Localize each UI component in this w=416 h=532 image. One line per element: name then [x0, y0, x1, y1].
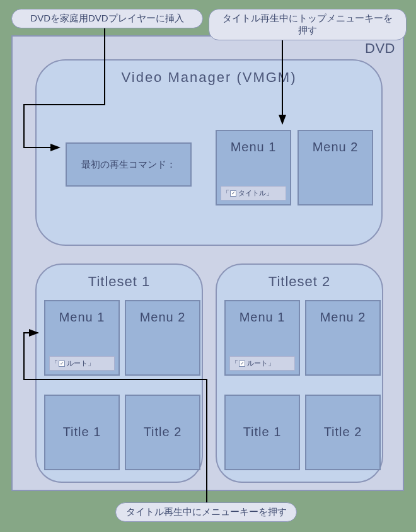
ts1-title-1-label: Title 1 — [45, 396, 118, 439]
callout-insert-dvd: DVDを家庭用DVDプレイヤーに挿入 — [11, 9, 203, 28]
callout-text: タイトル再生中にメニューキーを押す — [126, 506, 287, 517]
callout-text: タイトル再生中にトップメニューキーを押す — [222, 13, 393, 35]
vmgm-menu-1-subtitle: 「 ✓ タイトル」 — [221, 186, 286, 200]
sub-prefix: 「 — [222, 188, 229, 198]
ts2-title-2-label: Title 2 — [306, 396, 379, 439]
first-play-command-box: 最初の再生コマンド： — [66, 142, 192, 187]
checkbox-icon: ✓ — [59, 361, 65, 367]
ts2-title-1: Title 1 — [224, 395, 300, 470]
sub-prefix: 「 — [51, 359, 58, 368]
sub-text: タイトル」 — [238, 188, 273, 198]
titleset-2: Titleset 2 Menu 1 「 ✓ ルート」 Menu 2 Title … — [216, 263, 383, 483]
vmgm-menu-2: Menu 2 — [298, 130, 373, 205]
callout-text: DVDを家庭用DVDプレイヤーに挿入 — [30, 13, 183, 23]
ts1-menu-1-label: Menu 1 — [45, 301, 118, 325]
ts2-menu-1-label: Menu 1 — [226, 301, 299, 325]
ts2-menu-1-subtitle: 「 ✓ ルート」 — [229, 356, 295, 371]
vmgm-menu-1-label: Menu 1 — [217, 131, 290, 154]
ts2-menu-2-label: Menu 2 — [306, 301, 379, 325]
vmgm-title: Video Manager (VMGM) — [37, 69, 381, 86]
first-play-command-label: 最初の再生コマンド： — [81, 159, 176, 171]
dvd-label: DVD — [365, 40, 395, 57]
vmgm-menu-1: Menu 1 「 ✓ タイトル」 — [216, 130, 291, 205]
checkbox-icon: ✓ — [239, 361, 245, 367]
ts1-menu-1: Menu 1 「 ✓ ルート」 — [44, 300, 120, 376]
ts2-title-1-label: Title 1 — [226, 396, 299, 439]
titleset-1-title: Titleset 1 — [37, 274, 202, 290]
vmgm-box: Video Manager (VMGM) 最初の再生コマンド： Menu 1 「… — [35, 59, 383, 246]
ts2-menu-2: Menu 2 — [305, 300, 381, 376]
sub-prefix: 「 — [231, 359, 238, 368]
sub-text: ルート」 — [67, 359, 95, 368]
callout-top-menu-key: タイトル再生中にトップメニューキーを押す — [209, 9, 407, 40]
ts1-title-2: Title 2 — [125, 395, 200, 470]
vmgm-menu-2-label: Menu 2 — [299, 131, 372, 154]
dvd-box: DVD Video Manager (VMGM) 最初の再生コマンド： Menu… — [11, 35, 404, 491]
ts1-menu-2-label: Menu 2 — [126, 301, 199, 325]
ts1-menu-1-subtitle: 「 ✓ ルート」 — [49, 356, 115, 371]
ts1-title-1: Title 1 — [44, 395, 120, 470]
ts2-title-2: Title 2 — [305, 395, 381, 470]
titleset-2-title: Titleset 2 — [217, 274, 382, 290]
checkbox-icon: ✓ — [230, 190, 236, 197]
titleset-1: Titleset 1 Menu 1 「 ✓ ルート」 Menu 2 Title … — [35, 263, 203, 483]
callout-menu-key: タイトル再生中にメニューキーを押す — [115, 502, 297, 522]
ts2-menu-1: Menu 1 「 ✓ ルート」 — [224, 300, 300, 376]
ts1-menu-2: Menu 2 — [125, 300, 200, 376]
ts1-title-2-label: Title 2 — [126, 396, 199, 439]
sub-text: ルート」 — [247, 359, 275, 368]
